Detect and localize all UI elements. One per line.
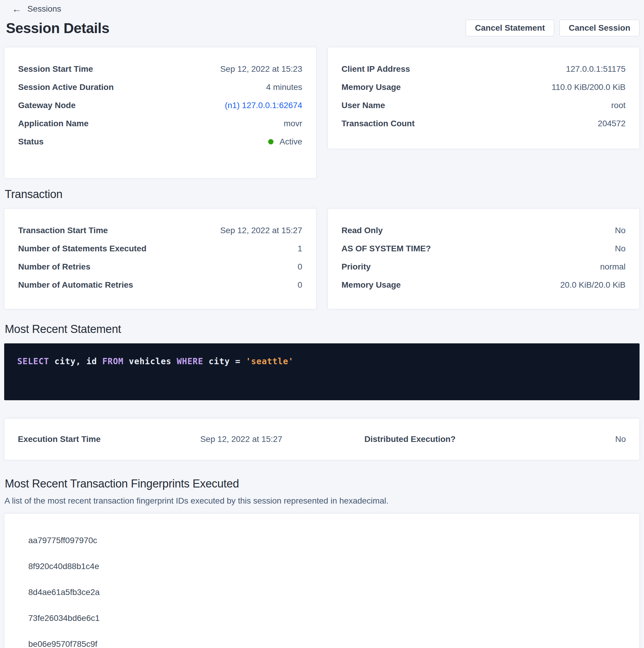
fingerprint-item: 73fe26034bd6e6c1	[28, 605, 616, 631]
sql-statement-box: SELECT city, id FROM vehicles WHERE city…	[4, 343, 640, 400]
transaction-start-time-label: Transaction Start Time	[18, 226, 108, 235]
as-of-system-time-label: AS OF SYSTEM TIME?	[342, 244, 431, 254]
priority-value: normal	[600, 262, 626, 272]
header-actions: Cancel Statement Cancel Session	[466, 20, 640, 36]
status-badge: Active	[268, 137, 302, 147]
status-active-dot-icon	[268, 139, 274, 145]
session-start-time-label: Session Start Time	[18, 64, 93, 74]
transaction-start-time-row: Transaction Start Time Sep 12, 2022 at 1…	[18, 221, 302, 239]
user-name-row: User Name root	[342, 96, 626, 114]
client-ip-label: Client IP Address	[342, 64, 410, 74]
sql-keyword: FROM	[102, 357, 123, 366]
statements-executed-row: Number of Statements Executed 1	[18, 239, 302, 258]
sql-text: city, id	[49, 357, 102, 366]
user-name-label: User Name	[342, 101, 385, 110]
gateway-node-row: Gateway Node (n1) 127.0.0.1:62674	[18, 96, 302, 114]
status-value: Active	[280, 137, 302, 147]
as-of-system-time-row: AS OF SYSTEM TIME? No	[342, 239, 626, 258]
sql-keyword: WHERE	[177, 357, 203, 366]
transaction-memory-usage-label: Memory Usage	[342, 280, 401, 290]
application-name-row: Application Name movr	[18, 114, 302, 132]
transaction-count-row: Transaction Count 204572	[342, 114, 626, 132]
session-memory-usage-label: Memory Usage	[342, 83, 401, 92]
transaction-memory-usage-value: 20.0 KiB/20.0 KiB	[561, 280, 626, 290]
session-summary-card: Session Start Time Sep 12, 2022 at 15:23…	[4, 47, 316, 178]
client-ip-value: 127.0.0.1:51175	[566, 64, 626, 74]
back-arrow-icon[interactable]: ←	[12, 4, 21, 14]
fingerprints-card: aa79775ff097970c 8f920c40d88b1c4e 8d4ae6…	[4, 514, 640, 648]
page-header: Session Details Cancel Statement Cancel …	[4, 20, 640, 36]
status-label: Status	[18, 137, 44, 147]
transaction-start-time-value: Sep 12, 2022 at 15:27	[220, 226, 302, 235]
sql-string-literal: 'seattle'	[246, 357, 294, 366]
session-details-page: ← Sessions Session Details Cancel Statem…	[0, 0, 644, 648]
automatic-retries-value: 0	[298, 280, 302, 290]
automatic-retries-label: Number of Automatic Retries	[18, 280, 133, 290]
transaction-cards-row: Transaction Start Time Sep 12, 2022 at 1…	[4, 209, 640, 309]
fingerprint-item: be06e9570f785c9f	[28, 631, 616, 648]
execution-start-time-value: Sep 12, 2022 at 15:27	[200, 434, 364, 444]
sql-statement-code: SELECT city, id FROM vehicles WHERE city…	[17, 357, 294, 366]
execution-start-time-label: Execution Start Time	[18, 434, 200, 444]
status-row: Status Active	[18, 132, 302, 151]
session-active-duration-row: Session Active Duration 4 minutes	[18, 78, 302, 96]
transaction-count-label: Transaction Count	[342, 119, 415, 128]
gateway-node-link[interactable]: (n1) 127.0.0.1:62674	[225, 101, 302, 110]
page-title: Session Details	[6, 20, 109, 36]
retries-row: Number of Retries 0	[18, 258, 302, 276]
transaction-memory-usage-row: Memory Usage 20.0 KiB/20.0 KiB	[342, 276, 626, 294]
automatic-retries-row: Number of Automatic Retries 0	[18, 276, 302, 294]
session-active-duration-value: 4 minutes	[266, 83, 302, 92]
client-summary-card: Client IP Address 127.0.0.1:51175 Memory…	[328, 47, 640, 149]
fingerprints-section-title: Most Recent Transaction Fingerprints Exe…	[5, 477, 640, 490]
cancel-statement-button[interactable]: Cancel Statement	[466, 20, 554, 36]
execution-card: Execution Start Time Sep 12, 2022 at 15:…	[4, 418, 640, 460]
transaction-details-card: Transaction Start Time Sep 12, 2022 at 1…	[4, 209, 316, 309]
user-name-value: root	[611, 101, 626, 110]
read-only-value: No	[615, 226, 626, 235]
priority-row: Priority normal	[342, 258, 626, 276]
sql-keyword: SELECT	[17, 357, 49, 366]
session-memory-usage-row: Memory Usage 110.0 KiB/200.0 KiB	[342, 78, 626, 96]
fingerprints-description: A list of the most recent transaction fi…	[4, 496, 640, 506]
retries-label: Number of Retries	[18, 262, 91, 272]
breadcrumb-sessions-link[interactable]: Sessions	[27, 4, 61, 14]
statement-section-title: Most Recent Statement	[5, 323, 640, 336]
statements-executed-label: Number of Statements Executed	[18, 244, 147, 254]
fingerprint-item: aa79775ff097970c	[28, 527, 616, 553]
transaction-section-title: Transaction	[5, 188, 640, 201]
as-of-system-time-value: No	[615, 244, 626, 254]
fingerprint-item: 8d4ae61a5fb3ce2a	[28, 579, 616, 605]
transaction-count-value: 204572	[598, 119, 626, 128]
fingerprint-item: 8f920c40d88b1c4e	[28, 553, 616, 579]
distributed-execution-value: No	[529, 434, 626, 444]
application-name-label: Application Name	[18, 119, 89, 128]
summary-cards-row: Session Start Time Sep 12, 2022 at 15:23…	[4, 47, 640, 178]
session-start-time-value: Sep 12, 2022 at 15:23	[220, 64, 302, 74]
priority-label: Priority	[342, 262, 371, 272]
gateway-node-label: Gateway Node	[18, 101, 75, 110]
read-only-label: Read Only	[342, 226, 383, 235]
session-active-duration-label: Session Active Duration	[18, 83, 114, 92]
breadcrumb[interactable]: ← Sessions	[12, 3, 640, 15]
retries-value: 0	[298, 262, 302, 272]
transaction-properties-card: Read Only No AS OF SYSTEM TIME? No Prior…	[328, 209, 640, 309]
cancel-session-button[interactable]: Cancel Session	[560, 20, 640, 36]
distributed-execution-label: Distributed Execution?	[364, 434, 529, 444]
client-ip-row: Client IP Address 127.0.0.1:51175	[342, 60, 626, 78]
session-memory-usage-value: 110.0 KiB/200.0 KiB	[551, 83, 626, 92]
application-name-value: movr	[284, 119, 302, 128]
session-start-time-row: Session Start Time Sep 12, 2022 at 15:23	[18, 60, 302, 78]
sql-text: city =	[203, 357, 246, 366]
sql-text: vehicles	[123, 357, 177, 366]
read-only-row: Read Only No	[342, 221, 626, 239]
statements-executed-value: 1	[298, 244, 302, 254]
